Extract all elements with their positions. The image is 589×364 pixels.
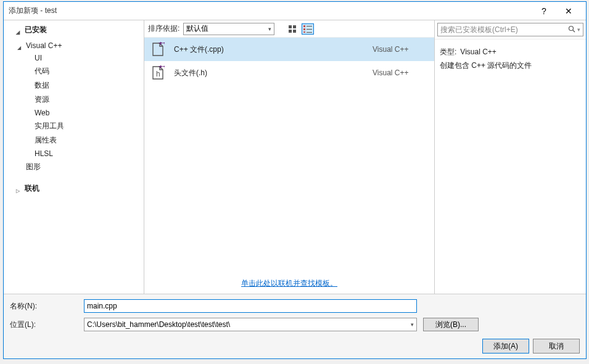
svg-rect-3 — [293, 30, 296, 33]
cancel-button[interactable]: 取消 — [533, 339, 580, 354]
type-line: 类型: Visual C++ — [440, 46, 581, 59]
chevron-down-icon: ▾ — [411, 321, 414, 328]
add-new-item-dialog: 添加新项 - test ? ✕ 已安装 Visual C++ UI 代码 数据 … — [3, 1, 587, 359]
right-pane: 搜索已安装模板(Ctrl+E) ▾ 类型: Visual C++ 创建包含 C+… — [434, 20, 586, 294]
tree-online[interactable]: 联机 — [4, 181, 144, 196]
chevron-down-icon: ▾ — [268, 26, 271, 32]
sort-dropdown[interactable]: 默认值 ▾ — [183, 23, 274, 35]
location-label: 位置(L): — [10, 320, 78, 330]
svg-rect-5 — [307, 26, 312, 27]
svg-rect-9 — [307, 32, 312, 33]
svg-rect-8 — [303, 31, 305, 33]
search-container: 搜索已安装模板(Ctrl+E) ▾ — [435, 20, 586, 39]
main-area: 已安装 Visual C++ UI 代码 数据 资源 Web 实用工具 属性表 … — [4, 20, 586, 294]
location-input[interactable]: C:\Users\bit_hammer\Desktop\test\test\te… — [84, 318, 417, 331]
template-cpp-file[interactable]: ++ C++ 文件(.cpp) Visual C++ — [144, 38, 434, 61]
svg-text:h: h — [156, 70, 160, 78]
window-title: 添加新项 - test — [9, 6, 532, 16]
add-button[interactable]: 添加(A) — [482, 339, 529, 354]
bottom-area: 名称(N): 位置(L): C:\Users\bit_hammer\Deskto… — [4, 294, 586, 358]
template-list: ++ C++ 文件(.cpp) Visual C++ ++ h — [144, 38, 434, 273]
expander-icon — [16, 27, 22, 33]
tree-util[interactable]: 实用工具 — [4, 119, 144, 133]
svg-rect-4 — [303, 25, 305, 27]
view-list[interactable] — [302, 23, 314, 35]
tree-resources[interactable]: 资源 — [4, 93, 144, 107]
svg-line-14 — [573, 30, 575, 32]
tree-propsheet[interactable]: 属性表 — [4, 133, 144, 147]
tree-ui[interactable]: UI — [4, 52, 144, 64]
svg-rect-1 — [293, 25, 296, 28]
svg-rect-6 — [303, 28, 305, 30]
tree-graphics[interactable]: 图形 — [4, 160, 144, 174]
middle-pane: 排序依据: 默认值 ▾ — [144, 20, 434, 294]
sort-label: 排序依据: — [148, 23, 179, 34]
name-label: 名称(N): — [10, 301, 78, 312]
h-file-icon: ++ h — [150, 65, 165, 80]
search-input[interactable]: 搜索已安装模板(Ctrl+E) ▾ — [437, 23, 583, 36]
cpp-file-icon: ++ — [150, 42, 165, 57]
view-medium-icons[interactable] — [287, 23, 299, 35]
middle-header: 排序依据: 默认值 ▾ — [144, 20, 434, 38]
name-input[interactable] — [84, 299, 417, 313]
svg-rect-0 — [289, 25, 292, 28]
view-mode-group — [287, 23, 314, 35]
template-header-file[interactable]: ++ h 头文件(.h) Visual C++ — [144, 61, 434, 85]
tree-web[interactable]: Web — [4, 107, 144, 119]
template-description: 创建包含 C++ 源代码的文件 — [440, 59, 581, 73]
online-link[interactable]: 单击此处以联机并查找模板。 — [241, 279, 337, 287]
grid-icon — [289, 25, 297, 33]
name-row: 名称(N): — [10, 299, 580, 313]
svg-point-13 — [569, 26, 574, 30]
list-icon — [303, 25, 312, 33]
category-tree: 已安装 Visual C++ UI 代码 数据 资源 Web 实用工具 属性表 … — [4, 20, 144, 294]
expander-icon — [16, 186, 22, 192]
search-icon — [568, 25, 575, 35]
tree-installed[interactable]: 已安装 — [4, 23, 144, 37]
action-row: 添加(A) 取消 — [10, 336, 580, 354]
template-details: 类型: Visual C++ 创建包含 C++ 源代码的文件 — [435, 39, 586, 78]
titlebar: 添加新项 - test ? ✕ — [4, 2, 586, 20]
svg-rect-7 — [307, 29, 312, 30]
location-row: 位置(L): C:\Users\bit_hammer\Desktop\test\… — [10, 318, 580, 331]
close-button[interactable]: ✕ — [556, 6, 581, 16]
tree-data[interactable]: 数据 — [4, 78, 144, 93]
browse-button[interactable]: 浏览(B)... — [423, 318, 479, 331]
svg-text:++: ++ — [159, 42, 165, 48]
expander-icon — [17, 43, 23, 49]
tree-code[interactable]: 代码 — [4, 64, 144, 78]
svg-rect-2 — [289, 30, 292, 33]
tree-cpp[interactable]: Visual C++ — [4, 39, 144, 52]
help-button[interactable]: ? — [532, 6, 556, 16]
tree-hlsl[interactable]: HLSL — [4, 147, 144, 160]
online-search-link: 单击此处以联机并查找模板。 — [144, 273, 434, 294]
